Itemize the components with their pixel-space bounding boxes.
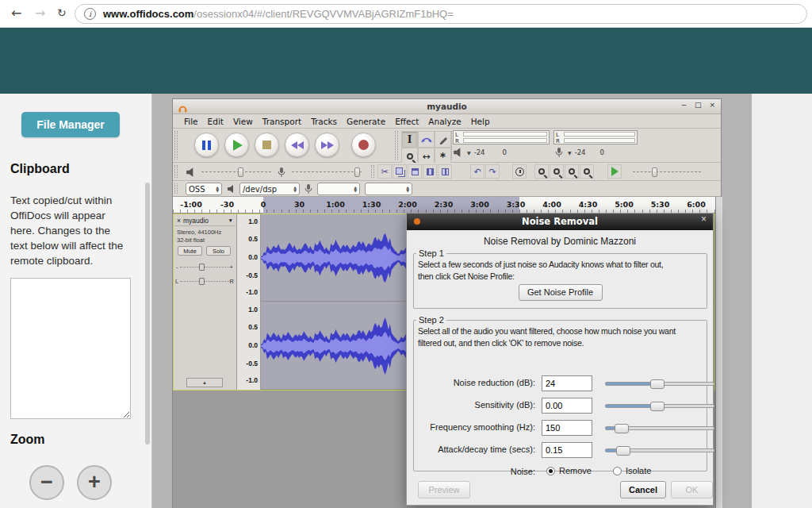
timeshift-tool-button[interactable]: ↔: [418, 148, 435, 164]
ok-button[interactable]: OK: [671, 481, 713, 498]
envelope-tool-button[interactable]: [418, 131, 435, 148]
pan-slider[interactable]: L R: [180, 281, 229, 282]
zoom-selection-icon[interactable]: [565, 164, 579, 179]
zoom-fit-icon[interactable]: [580, 164, 594, 179]
rewind-button[interactable]: [285, 133, 309, 157]
redo-icon[interactable]: ↷: [485, 164, 500, 179]
scale-label: 0.0: [248, 341, 258, 349]
preview-button[interactable]: Preview: [418, 481, 470, 498]
solo-button[interactable]: Solo: [206, 246, 231, 256]
reload-button[interactable]: ↻: [57, 6, 67, 19]
record-button[interactable]: [351, 133, 376, 157]
dialog-titlebar[interactable]: Noise Removal: [407, 214, 713, 230]
silence-icon[interactable]: [438, 164, 452, 179]
cut-icon[interactable]: ✂: [377, 164, 392, 179]
forward-button[interactable]: [315, 133, 339, 157]
menu-analyze[interactable]: Analyze: [423, 117, 465, 126]
param-input[interactable]: [542, 375, 592, 391]
zoom-in-icon[interactable]: [534, 164, 549, 179]
address-bar[interactable]: i www.offidocs.com/osessionx04/#/client/…: [75, 4, 807, 24]
recording-meter[interactable]: L R: [553, 130, 638, 144]
menu-tracks[interactable]: Tracks: [306, 117, 342, 126]
zoom-in-button[interactable]: +: [77, 465, 112, 500]
browser-toolbar: ← → ↻ i www.offidocs.com/osessionx04/#/c…: [0, 0, 812, 28]
playback-meter[interactable]: L R: [453, 130, 550, 144]
play-button[interactable]: [224, 133, 249, 157]
mute-button[interactable]: Mute: [178, 246, 202, 256]
param-slider[interactable]: [605, 448, 714, 452]
param-input[interactable]: [542, 442, 592, 458]
scale-label: -0.5: [246, 271, 258, 279]
sidebar-scrollbar[interactable]: [145, 183, 150, 444]
timeline-label: 1:00: [326, 200, 345, 209]
get-noise-profile-button[interactable]: Get Noise Profile: [519, 284, 603, 301]
timeline-label: 5:00: [615, 200, 634, 209]
step2-group: Step 2 Select all of the audio you want …: [413, 315, 707, 471]
noise-isolate-radio[interactable]: Isolate: [613, 466, 651, 475]
vertical-scale-ruler: 1.00.50.0-0.5-1.01.00.50.0-0.5-1.0: [237, 214, 261, 390]
gain-slider[interactable]: - +: [180, 267, 229, 267]
timeline-ruler[interactable]: -1:00-300301:001:302:002:303:003:304:004…: [173, 197, 721, 214]
param-slider[interactable]: [605, 426, 714, 430]
undo-icon[interactable]: ↶: [470, 164, 485, 179]
recording-device-select[interactable]: ▲▼: [317, 183, 360, 195]
close-button[interactable]: ×: [709, 101, 715, 109]
param-slider[interactable]: [605, 382, 714, 386]
stop-button[interactable]: [255, 133, 279, 157]
zoom-out-button[interactable]: −: [29, 465, 64, 500]
draw-tool-button[interactable]: [435, 131, 451, 148]
dialog-icon: [414, 218, 420, 225]
window-vertical-scrollbar[interactable]: [715, 197, 722, 508]
menu-edit[interactable]: Edit: [203, 117, 228, 126]
menu-view[interactable]: View: [228, 117, 258, 126]
output-volume-slider[interactable]: [201, 171, 271, 172]
recording-meter-scale: ▼ -240: [553, 148, 604, 157]
zoom-tool-button[interactable]: [401, 148, 418, 164]
param-slider[interactable]: [605, 404, 714, 408]
transport-toolbar: [194, 133, 376, 157]
selection-tool-button[interactable]: I: [401, 131, 418, 148]
page-info-icon[interactable]: i: [84, 8, 96, 20]
forward-button[interactable]: →: [35, 6, 45, 21]
param-input[interactable]: [542, 398, 592, 414]
copy-icon[interactable]: [393, 164, 407, 179]
maximize-button[interactable]: □: [695, 101, 702, 109]
cancel-button[interactable]: Cancel: [620, 481, 666, 498]
menu-help[interactable]: Help: [466, 117, 495, 126]
audio-host-select[interactable]: OSS▲▼: [186, 183, 222, 195]
paste-icon[interactable]: [408, 164, 422, 179]
scale-label: -1.0: [246, 288, 258, 296]
track-menu-icon[interactable]: ▼: [228, 217, 236, 223]
menu-transport[interactable]: Transport: [258, 117, 306, 126]
scale-label: 0.5: [248, 235, 258, 243]
noise-remove-radio[interactable]: Remove: [546, 466, 592, 475]
zoom-out-icon[interactable]: [550, 164, 564, 179]
pause-button[interactable]: [194, 133, 219, 157]
file-manager-button[interactable]: File Manager: [21, 112, 120, 137]
play-speed-slider[interactable]: [633, 171, 701, 172]
dialog-close-button[interactable]: ×: [701, 214, 707, 225]
menu-file[interactable]: File: [179, 117, 203, 126]
window-titlebar[interactable]: myaudio − □ ×: [173, 99, 721, 114]
scale-label: 0.0: [248, 253, 258, 261]
recording-channels-select[interactable]: ▲▼: [365, 183, 412, 195]
minimize-button[interactable]: −: [681, 101, 688, 109]
multi-tool-button[interactable]: *: [435, 148, 451, 164]
sidebar: File Manager Clipboard Text copied/cut w…: [0, 94, 152, 508]
playback-meter-scale: ▼ -240: [453, 148, 507, 157]
param-input[interactable]: [542, 420, 592, 436]
fit-selection-icon[interactable]: [512, 164, 527, 179]
step2-text: Select all of the audio you want filtere…: [414, 325, 707, 348]
track-close-icon[interactable]: ×: [174, 217, 183, 225]
clipboard-description: Text copied/cut within OffiDocs will app…: [10, 193, 129, 268]
back-button[interactable]: ←: [11, 6, 21, 21]
playback-device-select[interactable]: /dev/dsp▲▼: [239, 183, 300, 195]
menu-generate[interactable]: Generate: [342, 117, 390, 126]
trim-icon[interactable]: [423, 164, 437, 179]
clipboard-textarea[interactable]: [10, 278, 131, 419]
menu-effect[interactable]: Effect: [390, 117, 423, 126]
track-header[interactable]: × myaudio ▼: [174, 215, 236, 226]
play-at-speed-icon[interactable]: [607, 164, 622, 179]
input-volume-slider[interactable]: [292, 171, 362, 172]
track-collapse-button[interactable]: ▲: [186, 378, 223, 387]
